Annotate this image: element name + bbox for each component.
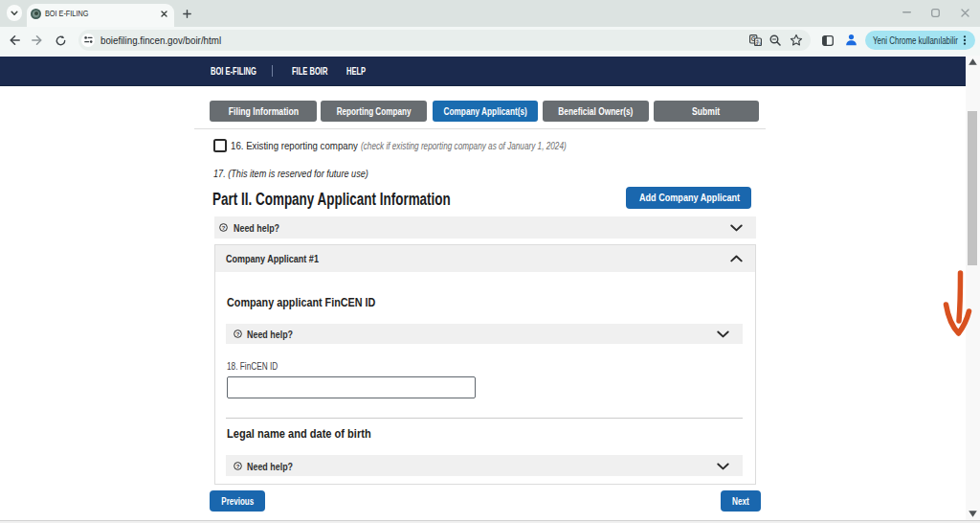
svg-text:?: ? — [222, 225, 226, 231]
svg-text:あ: あ — [755, 39, 761, 46]
svg-text:?: ? — [236, 330, 240, 336]
svg-text:?: ? — [236, 463, 240, 468]
